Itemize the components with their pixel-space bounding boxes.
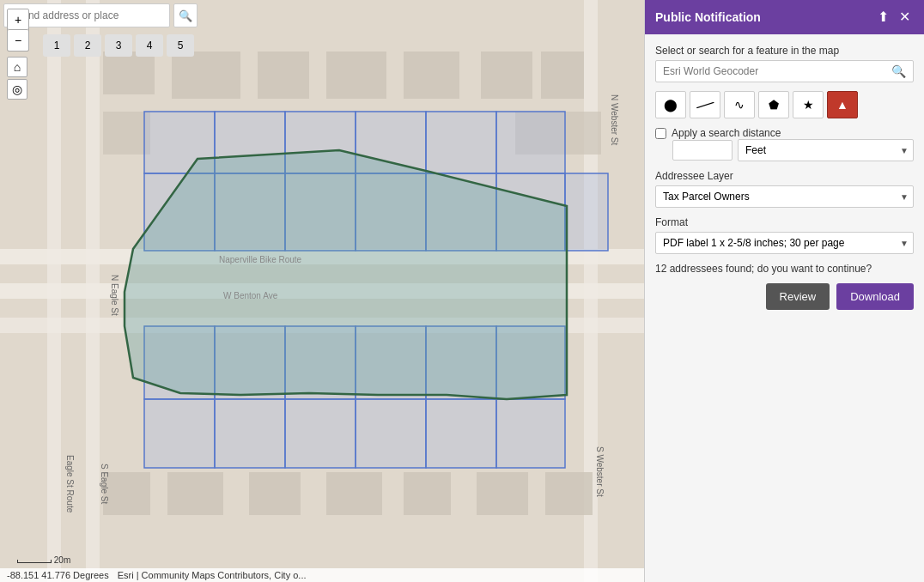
panel-body: Select or search for a feature in the ma…	[645, 34, 924, 582]
svg-rect-48	[496, 399, 565, 468]
svg-text:N Webster St: N Webster St	[610, 94, 619, 145]
search-button[interactable]: 🔍	[173, 3, 198, 27]
search-section: Select or search for a feature in the ma…	[655, 45, 914, 82]
line-icon: ╱	[696, 96, 714, 114]
panel-header-buttons: ⬆ ✕	[874, 9, 914, 26]
distance-value-input[interactable]: 300	[672, 140, 733, 161]
scale-label: 20m	[54, 555, 70, 565]
review-button[interactable]: Review	[766, 283, 830, 310]
distance-row: 300 Feet Miles Meters Kilometers	[672, 139, 914, 161]
svg-rect-43	[144, 399, 215, 468]
svg-rect-21	[404, 472, 451, 515]
svg-rect-46	[356, 399, 426, 468]
format-select[interactable]: PDF label 1 x 2-5/8 inches; 30 per page	[655, 232, 914, 254]
format-wrapper: PDF label 1 x 2-5/8 inches; 30 per page	[655, 232, 914, 254]
scale-indicator: 20m	[17, 555, 70, 565]
svg-rect-7	[103, 52, 155, 94]
addressee-layer-wrapper: Tax Parcel Owners	[655, 185, 914, 208]
geocoder-search-button[interactable]: 🔍	[884, 61, 913, 82]
addressee-layer-label: Addressee Layer	[655, 170, 914, 182]
svg-rect-11	[404, 52, 459, 99]
line-draw-tool[interactable]: ╱	[690, 91, 720, 118]
addressee-layer-section: Addressee Layer Tax Parcel Owners	[655, 170, 914, 208]
map-toolbar: ▼ 🔍	[0, 0, 201, 31]
tab-4[interactable]: 4	[136, 34, 163, 57]
format-section: Format PDF label 1 x 2-5/8 inches; 30 pe…	[655, 216, 914, 254]
zoom-out-button[interactable]: −	[8, 30, 28, 51]
tab-5[interactable]: 5	[167, 34, 194, 57]
svg-rect-12	[481, 52, 532, 99]
point-icon: ⬤	[664, 98, 678, 112]
point-draw-tool[interactable]: ⬤	[655, 91, 686, 118]
triangle-draw-tool[interactable]: ▲	[827, 91, 858, 118]
svg-rect-13	[541, 52, 584, 99]
tab-2[interactable]: 2	[74, 34, 101, 57]
distance-unit-select[interactable]: Feet Miles Meters Kilometers	[738, 139, 914, 161]
svg-rect-10	[326, 52, 386, 99]
polygon-icon: ⬟	[769, 98, 779, 112]
search-input[interactable]	[20, 9, 166, 21]
map-container[interactable]: N Webster St S Webster St N Eagle St Eag…	[0, 0, 644, 582]
distance-unit-wrapper: Feet Miles Meters Kilometers	[738, 139, 914, 161]
map-controls: + − ⌂ ◎	[7, 9, 29, 100]
panel-title: Public Notification	[655, 10, 761, 24]
draw-tools-row: ⬤ ╱ ∿ ⬟ ★ ▲	[655, 91, 914, 118]
coordinates-display: -88.151 41.776 Degrees	[7, 570, 109, 580]
star-icon: ★	[803, 98, 814, 112]
tab-3[interactable]: 3	[105, 34, 132, 57]
svg-rect-45	[285, 399, 356, 468]
svg-rect-29	[496, 112, 565, 173]
panel-close-button[interactable]: ✕	[896, 9, 914, 26]
geocoder-row: 🔍	[655, 60, 914, 82]
star-draw-tool[interactable]: ★	[793, 91, 824, 118]
download-button[interactable]: Download	[836, 283, 914, 310]
scale-bar	[17, 560, 52, 563]
svg-text:W Benton Ave: W Benton Ave	[223, 291, 278, 300]
geocoder-search-icon: 🔍	[891, 64, 906, 78]
polyline-icon: ∿	[734, 98, 745, 112]
svg-rect-44	[215, 399, 285, 468]
polygon-draw-tool[interactable]: ⬟	[758, 91, 789, 118]
search-distance-label: Apply a search distance	[672, 127, 781, 139]
svg-rect-17	[103, 472, 150, 515]
svg-text:Eagle St Route: Eagle St Route	[65, 455, 75, 513]
svg-rect-22	[477, 472, 528, 515]
svg-rect-20	[326, 472, 382, 515]
search-icon: 🔍	[179, 9, 192, 22]
panel-collapse-button[interactable]: ⬆	[874, 9, 892, 26]
svg-rect-19	[249, 472, 301, 515]
search-distance-section: Apply a search distance 300 Feet Miles M…	[655, 127, 914, 161]
triangle-icon: ▲	[836, 98, 848, 112]
svg-rect-47	[426, 399, 496, 468]
location-button[interactable]: ◎	[7, 79, 27, 100]
action-buttons-row: Review Download	[655, 283, 914, 310]
svg-rect-4	[47, 0, 61, 582]
map-tabs: 1 2 3 4 5	[43, 34, 194, 57]
svg-rect-8	[172, 52, 240, 99]
addressee-layer-select[interactable]: Tax Parcel Owners	[655, 185, 914, 208]
zoom-in-button[interactable]: +	[8, 9, 28, 30]
svg-rect-36	[565, 173, 608, 251]
svg-text:S Webster St: S Webster St	[595, 446, 605, 497]
svg-rect-9	[258, 52, 309, 99]
tab-1[interactable]: 1	[43, 34, 70, 57]
svg-rect-28	[426, 112, 496, 173]
notification-message: 12 addressees found; do you want to cont…	[655, 263, 914, 275]
search-distance-checkbox[interactable]	[655, 128, 666, 139]
format-label: Format	[655, 216, 914, 228]
attribution-text: Esri | Community Maps Contributors, City…	[118, 570, 307, 580]
svg-rect-16	[567, 112, 601, 155]
geocoder-input[interactable]	[656, 61, 884, 82]
panel-header: Public Notification ⬆ ✕	[645, 0, 924, 34]
svg-text:S Eagle St: S Eagle St	[100, 464, 109, 504]
svg-rect-18	[167, 472, 223, 515]
polyline-draw-tool[interactable]: ∿	[724, 91, 755, 118]
home-button[interactable]: ⌂	[7, 57, 27, 77]
svg-rect-5	[86, 0, 100, 582]
svg-text:N Eagle St: N Eagle St	[110, 275, 119, 316]
search-distance-checkbox-row: Apply a search distance	[655, 127, 914, 139]
svg-rect-14	[103, 112, 150, 155]
search-section-label: Select or search for a feature in the ma…	[655, 45, 914, 57]
public-notification-panel: Public Notification ⬆ ✕ Select or search…	[644, 0, 924, 582]
svg-rect-23	[545, 472, 593, 515]
